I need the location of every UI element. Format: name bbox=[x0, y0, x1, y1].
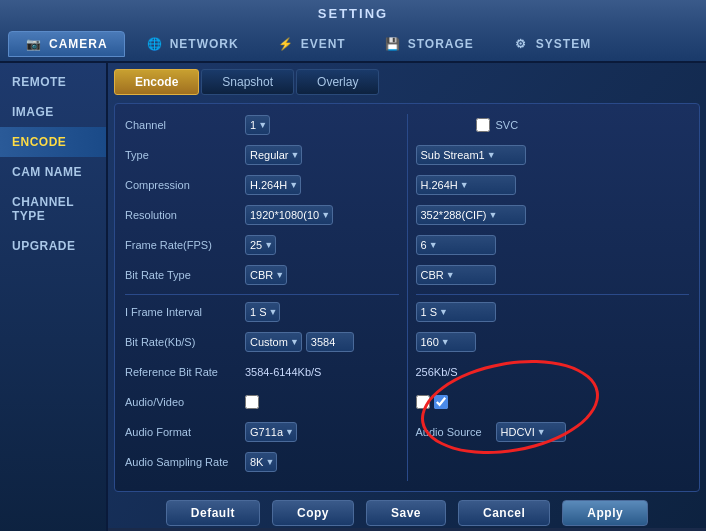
audio-sampling-select[interactable]: 8K ▼ bbox=[245, 452, 277, 472]
channel-arrow-icon: ▼ bbox=[258, 120, 267, 130]
compression-label: Compression bbox=[125, 179, 245, 191]
resolution-row: Resolution 1920*1080(10 ▼ bbox=[125, 204, 399, 226]
iframe2-select[interactable]: 1 S ▼ bbox=[416, 302, 496, 322]
resolution2-select[interactable]: 352*288(CIF) ▼ bbox=[416, 205, 526, 225]
iframe-row: I Frame Interval 1 S ▼ bbox=[125, 301, 399, 323]
ref-bitrate2-value: 256Kb/S bbox=[416, 366, 458, 378]
form-columns: Channel 1 ▼ Type Regular ▼ bbox=[125, 114, 689, 481]
bitrate-value-input[interactable]: 3584 bbox=[306, 332, 354, 352]
type-row: Type Regular ▼ bbox=[125, 144, 399, 166]
nav-tab-network-label: NETWORK bbox=[170, 37, 239, 51]
resolution-select[interactable]: 1920*1080(10 ▼ bbox=[245, 205, 333, 225]
iframe-arrow-icon: ▼ bbox=[269, 307, 278, 317]
nav-tab-camera-label: CAMERA bbox=[49, 37, 108, 51]
compression-arrow-icon: ▼ bbox=[289, 180, 298, 190]
right-column: SVC Sub Stream1 ▼ bbox=[407, 114, 690, 481]
audio-source-row: Audio Source HDCVI ▼ bbox=[416, 421, 690, 443]
bitrate-type2-arrow-icon: ▼ bbox=[446, 270, 455, 280]
ref-bitrate2-row: 256Kb/S bbox=[416, 361, 690, 383]
iframe2-row: 1 S ▼ bbox=[416, 301, 690, 323]
default-button[interactable]: Default bbox=[166, 500, 260, 526]
compression2-select[interactable]: H.264H ▼ bbox=[416, 175, 516, 195]
audio-video-row: Audio/Video bbox=[125, 391, 399, 413]
substream-select[interactable]: Sub Stream1 ▼ bbox=[416, 145, 526, 165]
nav-tab-event-label: EVENT bbox=[301, 37, 346, 51]
svc-row: SVC bbox=[416, 114, 690, 136]
sub-tabs: Encode Snapshot Overlay bbox=[114, 69, 700, 95]
save-button[interactable]: Save bbox=[366, 500, 446, 526]
nav-tab-system[interactable]: ⚙ SYSTEM bbox=[495, 31, 608, 57]
fps2-arrow-icon: ▼ bbox=[429, 240, 438, 250]
sidebar-item-remote[interactable]: REMOTE bbox=[0, 67, 106, 97]
nav-tab-storage-label: STORAGE bbox=[408, 37, 474, 51]
bitrate-type-select[interactable]: CBR ▼ bbox=[245, 265, 287, 285]
audio-source-label: Audio Source bbox=[416, 426, 496, 438]
bitrate2-arrow-icon: ▼ bbox=[441, 337, 450, 347]
compression2-row: H.264H ▼ bbox=[416, 174, 690, 196]
sidebar-item-channel-type[interactable]: CHANNEL TYPE bbox=[0, 187, 106, 231]
audio-video2-checkbox1[interactable] bbox=[416, 395, 430, 409]
compression-row: Compression H.264H ▼ bbox=[125, 174, 399, 196]
nav-tab-network[interactable]: 🌐 NETWORK bbox=[129, 31, 256, 57]
title-bar: SETTING bbox=[0, 0, 706, 27]
ref-bitrate-label: Reference Bit Rate bbox=[125, 366, 245, 378]
fps2-select[interactable]: 6 ▼ bbox=[416, 235, 496, 255]
audio-video2-row bbox=[416, 391, 690, 413]
nav-tab-camera[interactable]: 📷 CAMERA bbox=[8, 31, 125, 57]
sidebar: REMOTE IMAGE ENCODE CAM NAME CHANNEL TYP… bbox=[0, 63, 108, 531]
resolution2-row: 352*288(CIF) ▼ bbox=[416, 204, 690, 226]
title-text: SETTING bbox=[318, 6, 388, 21]
apply-button[interactable]: Apply bbox=[562, 500, 648, 526]
audio-source-select[interactable]: HDCVI ▼ bbox=[496, 422, 566, 442]
sidebar-item-cam-name[interactable]: CAM NAME bbox=[0, 157, 106, 187]
system-icon: ⚙ bbox=[512, 37, 530, 51]
channel-row: Channel 1 ▼ bbox=[125, 114, 399, 136]
audio-format-select[interactable]: G711a ▼ bbox=[245, 422, 297, 442]
resolution-label: Resolution bbox=[125, 209, 245, 221]
cancel-button[interactable]: Cancel bbox=[458, 500, 550, 526]
bitrate2-row: 160 ▼ bbox=[416, 331, 690, 353]
sub-tab-snapshot[interactable]: Snapshot bbox=[201, 69, 294, 95]
framerate-select[interactable]: 25 ▼ bbox=[245, 235, 276, 255]
compression2-arrow-icon: ▼ bbox=[460, 180, 469, 190]
nav-tab-storage[interactable]: 💾 STORAGE bbox=[367, 31, 491, 57]
nav-tabs: 📷 CAMERA 🌐 NETWORK ⚡ EVENT 💾 STORAGE ⚙ S… bbox=[0, 27, 706, 63]
type-select[interactable]: Regular ▼ bbox=[245, 145, 302, 165]
svc-checkbox[interactable] bbox=[476, 118, 490, 132]
type-label: Type bbox=[125, 149, 245, 161]
copy-button[interactable]: Copy bbox=[272, 500, 354, 526]
svc-label: SVC bbox=[496, 119, 519, 131]
audio-video2-checkbox2[interactable] bbox=[434, 395, 448, 409]
audio-video-label: Audio/Video bbox=[125, 396, 245, 408]
substream-row: Sub Stream1 ▼ bbox=[416, 144, 690, 166]
channel-select[interactable]: 1 ▼ bbox=[245, 115, 270, 135]
bitrate-custom-select[interactable]: Custom ▼ bbox=[245, 332, 302, 352]
ref-bitrate-row: Reference Bit Rate 3584-6144Kb/S bbox=[125, 361, 399, 383]
sub-tab-overlay[interactable]: Overlay bbox=[296, 69, 379, 95]
bitrate-label: Bit Rate(Kb/S) bbox=[125, 336, 245, 348]
ref-bitrate-value: 3584-6144Kb/S bbox=[245, 366, 321, 378]
sidebar-item-upgrade[interactable]: UPGRADE bbox=[0, 231, 106, 261]
framerate-label: Frame Rate(FPS) bbox=[125, 239, 245, 251]
fps2-row: 6 ▼ bbox=[416, 234, 690, 256]
sub-tab-encode[interactable]: Encode bbox=[114, 69, 199, 95]
bitrate-type2-select[interactable]: CBR ▼ bbox=[416, 265, 496, 285]
sidebar-item-encode[interactable]: ENCODE bbox=[0, 127, 106, 157]
iframe-select[interactable]: 1 S ▼ bbox=[245, 302, 280, 322]
audio-video-checkbox[interactable] bbox=[245, 395, 259, 409]
nav-tab-event[interactable]: ⚡ EVENT bbox=[260, 31, 363, 57]
iframe-label: I Frame Interval bbox=[125, 306, 245, 318]
type-arrow-icon: ▼ bbox=[291, 150, 300, 160]
bottom-buttons: Default Copy Save Cancel Apply bbox=[114, 492, 700, 530]
sidebar-item-image[interactable]: IMAGE bbox=[0, 97, 106, 127]
storage-icon: 💾 bbox=[384, 37, 402, 51]
audio-format-arrow-icon: ▼ bbox=[285, 427, 294, 437]
divider-2 bbox=[416, 294, 690, 295]
audio-source-arrow-icon: ▼ bbox=[537, 427, 546, 437]
network-icon: 🌐 bbox=[146, 37, 164, 51]
content-area: REMOTE IMAGE ENCODE CAM NAME CHANNEL TYP… bbox=[0, 63, 706, 531]
audio-format-label: Audio Format bbox=[125, 426, 245, 438]
left-column: Channel 1 ▼ Type Regular ▼ bbox=[125, 114, 407, 481]
compression-select[interactable]: H.264H ▼ bbox=[245, 175, 301, 195]
bitrate2-select[interactable]: 160 ▼ bbox=[416, 332, 476, 352]
